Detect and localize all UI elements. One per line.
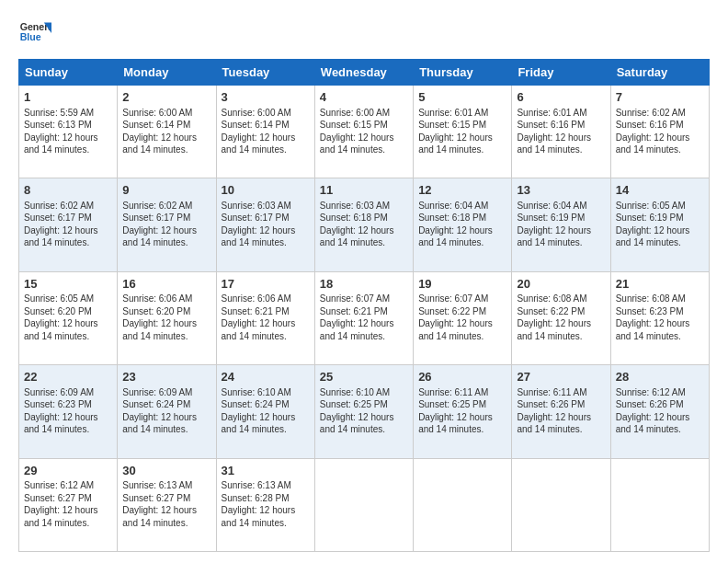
calendar-table: SundayMondayTuesdayWednesdayThursdayFrid… bbox=[18, 59, 710, 552]
calendar-header-thursday: Thursday bbox=[414, 60, 512, 86]
day-info: Sunrise: 6:01 AMSunset: 6:16 PMDaylight:… bbox=[517, 107, 605, 156]
calendar-cell: 2Sunrise: 6:00 AMSunset: 6:14 PMDaylight… bbox=[118, 86, 216, 178]
calendar-cell: 29Sunrise: 6:12 AMSunset: 6:27 PMDayligh… bbox=[19, 458, 118, 551]
day-number: 8 bbox=[24, 182, 112, 199]
day-number: 27 bbox=[517, 369, 605, 385]
header: General Blue bbox=[18, 17, 710, 50]
day-number: 21 bbox=[616, 276, 704, 293]
day-number: 13 bbox=[517, 182, 605, 199]
calendar-cell: 4Sunrise: 6:00 AMSunset: 6:15 PMDaylight… bbox=[314, 86, 413, 178]
day-info: Sunrise: 6:05 AMSunset: 6:20 PMDaylight:… bbox=[24, 293, 112, 342]
calendar-cell: 16Sunrise: 6:06 AMSunset: 6:20 PMDayligh… bbox=[118, 271, 216, 364]
calendar-cell bbox=[414, 458, 512, 551]
calendar-cell: 6Sunrise: 6:01 AMSunset: 6:16 PMDaylight… bbox=[512, 86, 610, 178]
day-number: 24 bbox=[222, 369, 310, 385]
calendar-cell: 17Sunrise: 6:06 AMSunset: 6:21 PMDayligh… bbox=[216, 271, 314, 364]
day-info: Sunrise: 6:12 AMSunset: 6:26 PMDaylight:… bbox=[616, 386, 704, 436]
day-info: Sunrise: 6:00 AMSunset: 6:15 PMDaylight:… bbox=[320, 107, 408, 156]
day-number: 31 bbox=[222, 463, 310, 479]
calendar-cell: 10Sunrise: 6:03 AMSunset: 6:17 PMDayligh… bbox=[216, 178, 314, 271]
day-number: 9 bbox=[122, 182, 210, 199]
day-info: Sunrise: 6:00 AMSunset: 6:14 PMDaylight:… bbox=[122, 107, 210, 156]
day-info: Sunrise: 6:07 AMSunset: 6:21 PMDaylight:… bbox=[320, 293, 408, 342]
calendar-cell: 21Sunrise: 6:08 AMSunset: 6:23 PMDayligh… bbox=[610, 271, 709, 364]
page: General Blue SundayMondayTuesdayWednesda… bbox=[0, 0, 728, 563]
calendar-cell bbox=[610, 458, 709, 551]
calendar-cell: 31Sunrise: 6:13 AMSunset: 6:28 PMDayligh… bbox=[216, 458, 314, 551]
calendar-cell: 24Sunrise: 6:10 AMSunset: 6:24 PMDayligh… bbox=[216, 365, 314, 458]
day-info: Sunrise: 6:12 AMSunset: 6:27 PMDaylight:… bbox=[24, 479, 112, 529]
day-info: Sunrise: 6:01 AMSunset: 6:15 PMDaylight:… bbox=[418, 107, 506, 156]
day-info: Sunrise: 6:08 AMSunset: 6:22 PMDaylight:… bbox=[517, 293, 605, 342]
day-info: Sunrise: 6:09 AMSunset: 6:23 PMDaylight:… bbox=[24, 386, 112, 436]
calendar-cell: 22Sunrise: 6:09 AMSunset: 6:23 PMDayligh… bbox=[19, 365, 118, 458]
calendar-cell: 30Sunrise: 6:13 AMSunset: 6:27 PMDayligh… bbox=[118, 458, 216, 551]
calendar-cell: 18Sunrise: 6:07 AMSunset: 6:21 PMDayligh… bbox=[314, 271, 413, 364]
day-info: Sunrise: 6:03 AMSunset: 6:18 PMDaylight:… bbox=[320, 200, 408, 249]
calendar-header-friday: Friday bbox=[512, 60, 610, 86]
calendar-week-row: 15Sunrise: 6:05 AMSunset: 6:20 PMDayligh… bbox=[19, 271, 710, 364]
day-number: 6 bbox=[517, 89, 605, 106]
calendar-cell: 15Sunrise: 6:05 AMSunset: 6:20 PMDayligh… bbox=[19, 271, 118, 364]
calendar-header-monday: Monday bbox=[118, 60, 216, 86]
calendar-week-row: 1Sunrise: 5:59 AMSunset: 6:13 PMDaylight… bbox=[19, 86, 710, 178]
calendar-cell bbox=[512, 458, 610, 551]
calendar-cell bbox=[314, 458, 413, 551]
day-number: 30 bbox=[122, 463, 210, 479]
calendar-header-row: SundayMondayTuesdayWednesdayThursdayFrid… bbox=[19, 60, 710, 86]
day-number: 17 bbox=[222, 276, 310, 293]
calendar-cell: 25Sunrise: 6:10 AMSunset: 6:25 PMDayligh… bbox=[314, 365, 413, 458]
calendar-cell: 12Sunrise: 6:04 AMSunset: 6:18 PMDayligh… bbox=[414, 178, 512, 271]
day-number: 20 bbox=[517, 276, 605, 293]
day-number: 12 bbox=[418, 182, 506, 199]
day-number: 7 bbox=[616, 89, 704, 106]
calendar-cell: 26Sunrise: 6:11 AMSunset: 6:25 PMDayligh… bbox=[414, 365, 512, 458]
calendar-cell: 19Sunrise: 6:07 AMSunset: 6:22 PMDayligh… bbox=[414, 271, 512, 364]
day-info: Sunrise: 6:00 AMSunset: 6:14 PMDaylight:… bbox=[222, 107, 310, 156]
day-number: 23 bbox=[122, 369, 210, 385]
day-info: Sunrise: 6:13 AMSunset: 6:27 PMDaylight:… bbox=[122, 479, 210, 529]
calendar-cell: 5Sunrise: 6:01 AMSunset: 6:15 PMDaylight… bbox=[414, 86, 512, 178]
calendar-cell: 20Sunrise: 6:08 AMSunset: 6:22 PMDayligh… bbox=[512, 271, 610, 364]
day-info: Sunrise: 6:02 AMSunset: 6:16 PMDaylight:… bbox=[616, 107, 704, 156]
day-number: 18 bbox=[320, 276, 408, 293]
day-number: 29 bbox=[24, 463, 112, 479]
day-info: Sunrise: 6:11 AMSunset: 6:26 PMDaylight:… bbox=[517, 386, 605, 436]
day-number: 14 bbox=[616, 182, 704, 199]
day-info: Sunrise: 6:13 AMSunset: 6:28 PMDaylight:… bbox=[222, 479, 310, 529]
calendar-cell: 3Sunrise: 6:00 AMSunset: 6:14 PMDaylight… bbox=[216, 86, 314, 178]
day-info: Sunrise: 6:05 AMSunset: 6:19 PMDaylight:… bbox=[616, 200, 704, 249]
calendar-header-saturday: Saturday bbox=[610, 60, 709, 86]
calendar-header-tuesday: Tuesday bbox=[216, 60, 314, 86]
day-number: 2 bbox=[122, 89, 210, 106]
day-info: Sunrise: 6:03 AMSunset: 6:17 PMDaylight:… bbox=[222, 200, 310, 249]
day-number: 28 bbox=[616, 369, 704, 385]
day-info: Sunrise: 5:59 AMSunset: 6:13 PMDaylight:… bbox=[24, 107, 112, 156]
day-info: Sunrise: 6:10 AMSunset: 6:24 PMDaylight:… bbox=[222, 386, 310, 436]
day-info: Sunrise: 6:11 AMSunset: 6:25 PMDaylight:… bbox=[418, 386, 506, 436]
day-info: Sunrise: 6:04 AMSunset: 6:19 PMDaylight:… bbox=[517, 200, 605, 249]
calendar-cell: 28Sunrise: 6:12 AMSunset: 6:26 PMDayligh… bbox=[610, 365, 709, 458]
svg-text:Blue: Blue bbox=[20, 31, 41, 42]
day-number: 4 bbox=[320, 89, 408, 106]
calendar-cell: 13Sunrise: 6:04 AMSunset: 6:19 PMDayligh… bbox=[512, 178, 610, 271]
calendar-cell: 27Sunrise: 6:11 AMSunset: 6:26 PMDayligh… bbox=[512, 365, 610, 458]
day-number: 15 bbox=[24, 276, 112, 293]
calendar-cell: 9Sunrise: 6:02 AMSunset: 6:17 PMDaylight… bbox=[118, 178, 216, 271]
day-info: Sunrise: 6:02 AMSunset: 6:17 PMDaylight:… bbox=[122, 200, 210, 249]
day-info: Sunrise: 6:06 AMSunset: 6:20 PMDaylight:… bbox=[122, 293, 210, 342]
day-number: 19 bbox=[418, 276, 506, 293]
day-number: 3 bbox=[222, 89, 310, 106]
calendar-cell: 23Sunrise: 6:09 AMSunset: 6:24 PMDayligh… bbox=[118, 365, 216, 458]
logo: General Blue bbox=[18, 17, 51, 50]
calendar-cell: 8Sunrise: 6:02 AMSunset: 6:17 PMDaylight… bbox=[19, 178, 118, 271]
day-number: 26 bbox=[418, 369, 506, 385]
day-info: Sunrise: 6:02 AMSunset: 6:17 PMDaylight:… bbox=[24, 200, 112, 249]
calendar-header-wednesday: Wednesday bbox=[314, 60, 413, 86]
day-info: Sunrise: 6:10 AMSunset: 6:25 PMDaylight:… bbox=[320, 386, 408, 436]
calendar-week-row: 29Sunrise: 6:12 AMSunset: 6:27 PMDayligh… bbox=[19, 458, 710, 551]
day-number: 25 bbox=[320, 369, 408, 385]
day-number: 10 bbox=[222, 182, 310, 199]
day-info: Sunrise: 6:04 AMSunset: 6:18 PMDaylight:… bbox=[418, 200, 506, 249]
day-number: 1 bbox=[24, 89, 112, 106]
